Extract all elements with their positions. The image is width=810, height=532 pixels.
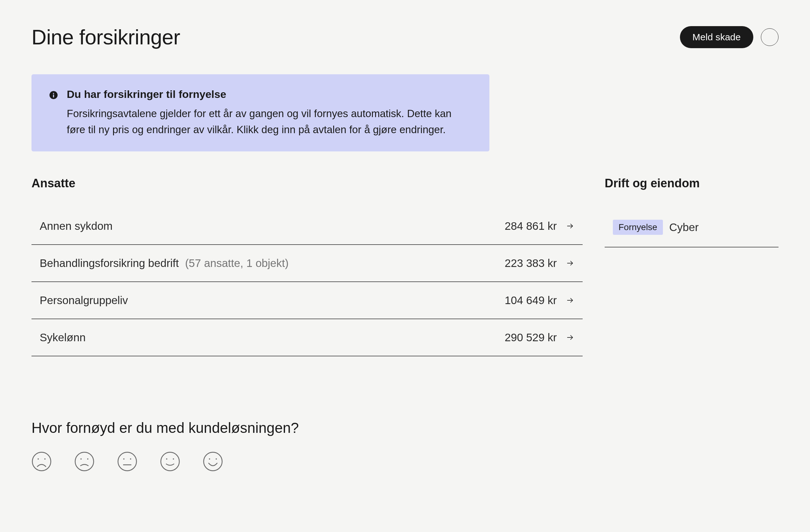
feedback-title: Hvor fornøyd er du med kundeløsningen? bbox=[32, 419, 778, 436]
svg-point-8 bbox=[37, 458, 39, 460]
insurance-name: Personalgruppeliv bbox=[40, 294, 128, 306]
insurance-row[interactable]: Sykelønn 290 529 kr bbox=[32, 319, 583, 356]
insurance-row[interactable]: Personalgruppeliv 104 649 kr bbox=[32, 282, 583, 319]
svg-point-13 bbox=[118, 452, 137, 471]
face-sad-button[interactable] bbox=[74, 451, 95, 471]
arrow-right-icon bbox=[566, 296, 574, 305]
svg-rect-2 bbox=[53, 95, 54, 97]
section-title-employees: Ansatte bbox=[32, 177, 583, 190]
secondary-round-button[interactable] bbox=[761, 28, 778, 46]
report-damage-button[interactable]: Meld skade bbox=[680, 26, 753, 48]
svg-point-1 bbox=[53, 93, 54, 94]
insurance-name: Cyber bbox=[669, 221, 698, 234]
svg-point-17 bbox=[161, 452, 179, 471]
svg-point-7 bbox=[32, 452, 51, 471]
employees-section: Ansatte Annen sykdom 284 861 kr Behandli… bbox=[32, 177, 583, 356]
svg-point-20 bbox=[204, 452, 222, 471]
insurance-meta: (57 ansatte, 1 objekt) bbox=[185, 257, 289, 269]
svg-point-18 bbox=[166, 458, 167, 460]
arrow-right-icon bbox=[566, 259, 574, 268]
svg-point-21 bbox=[209, 458, 210, 460]
insurance-price: 290 529 kr bbox=[505, 331, 557, 344]
info-icon bbox=[49, 91, 58, 99]
face-happy-button[interactable] bbox=[160, 451, 180, 471]
feedback-section: Hvor fornøyd er du med kundeløsningen? bbox=[32, 419, 778, 471]
insurance-name: Behandlingsforsikring bedrift bbox=[40, 257, 179, 269]
arrow-right-icon bbox=[566, 333, 574, 342]
alert-content: Du har forsikringer til fornyelse Forsik… bbox=[67, 88, 472, 137]
face-very-happy-button[interactable] bbox=[203, 451, 223, 471]
insurance-price: 284 861 kr bbox=[505, 220, 557, 232]
header-actions: Meld skade bbox=[680, 26, 778, 48]
svg-point-10 bbox=[75, 452, 94, 471]
page-header: Dine forsikringer Meld skade bbox=[32, 25, 778, 49]
renewal-badge: Fornyelse bbox=[613, 220, 663, 235]
face-very-sad-button[interactable] bbox=[32, 451, 52, 471]
svg-point-22 bbox=[216, 458, 217, 460]
insurance-row[interactable]: Annen sykdom 284 861 kr bbox=[32, 208, 583, 245]
operations-section: Drift og eiendom Fornyelse Cyber bbox=[605, 177, 778, 356]
svg-point-14 bbox=[123, 458, 125, 460]
insurance-row[interactable]: Fornyelse Cyber bbox=[605, 208, 778, 247]
renewal-alert: Du har forsikringer til fornyelse Forsik… bbox=[32, 74, 489, 151]
arrow-right-icon bbox=[566, 222, 574, 230]
svg-point-9 bbox=[44, 458, 46, 460]
insurance-row[interactable]: Behandlingsforsikring bedrift (57 ansatt… bbox=[32, 245, 583, 282]
alert-title: Du har forsikringer til fornyelse bbox=[67, 88, 472, 100]
svg-point-11 bbox=[80, 458, 82, 460]
page-title: Dine forsikringer bbox=[32, 25, 180, 49]
svg-point-12 bbox=[87, 458, 88, 460]
insurance-name: Sykelønn bbox=[40, 331, 86, 344]
feedback-faces bbox=[32, 451, 778, 471]
insurance-name: Annen sykdom bbox=[40, 220, 113, 232]
insurance-price: 223 383 kr bbox=[505, 257, 557, 269]
svg-point-19 bbox=[173, 458, 174, 460]
face-neutral-button[interactable] bbox=[117, 451, 137, 471]
section-title-operations: Drift og eiendom bbox=[605, 177, 778, 190]
insurance-price: 104 649 kr bbox=[505, 294, 557, 306]
svg-point-15 bbox=[130, 458, 131, 460]
alert-body: Forsikringsavtalene gjelder for ett år a… bbox=[67, 105, 472, 137]
